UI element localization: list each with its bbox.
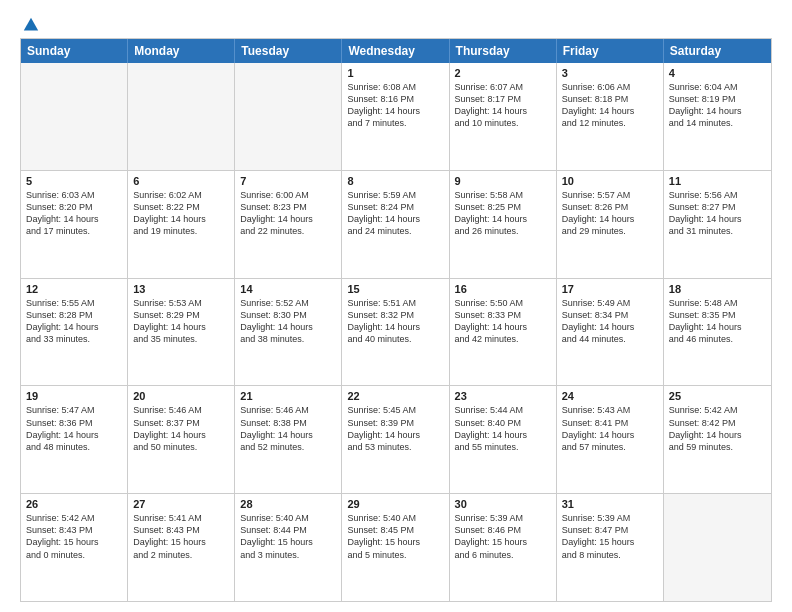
- cell-content-line: and 29 minutes.: [562, 225, 658, 237]
- cell-content-line: Sunrise: 6:02 AM: [133, 189, 229, 201]
- calendar-cell: 9Sunrise: 5:58 AMSunset: 8:25 PMDaylight…: [450, 171, 557, 278]
- cell-content-line: Sunrise: 5:56 AM: [669, 189, 766, 201]
- calendar-cell: 3Sunrise: 6:06 AMSunset: 8:18 PMDaylight…: [557, 63, 664, 170]
- day-number: 14: [240, 283, 336, 295]
- cell-content-line: Sunrise: 5:58 AM: [455, 189, 551, 201]
- day-number: 25: [669, 390, 766, 402]
- day-number: 18: [669, 283, 766, 295]
- cell-content-line: Sunrise: 5:40 AM: [240, 512, 336, 524]
- header-day-wednesday: Wednesday: [342, 39, 449, 63]
- cell-content-line: and 48 minutes.: [26, 441, 122, 453]
- calendar-cell: 31Sunrise: 5:39 AMSunset: 8:47 PMDayligh…: [557, 494, 664, 601]
- cell-content-line: Daylight: 14 hours: [669, 429, 766, 441]
- day-number: 6: [133, 175, 229, 187]
- cell-content-line: and 38 minutes.: [240, 333, 336, 345]
- cell-content-line: and 22 minutes.: [240, 225, 336, 237]
- day-number: 21: [240, 390, 336, 402]
- header-day-saturday: Saturday: [664, 39, 771, 63]
- cell-content-line: and 40 minutes.: [347, 333, 443, 345]
- cell-content-line: Daylight: 14 hours: [669, 321, 766, 333]
- cell-content-line: and 5 minutes.: [347, 549, 443, 561]
- cell-content-line: Sunrise: 5:59 AM: [347, 189, 443, 201]
- cell-content-line: Sunrise: 5:40 AM: [347, 512, 443, 524]
- day-number: 15: [347, 283, 443, 295]
- cell-content-line: Sunset: 8:24 PM: [347, 201, 443, 213]
- day-number: 9: [455, 175, 551, 187]
- cell-content-line: Daylight: 14 hours: [455, 105, 551, 117]
- cell-content-line: Daylight: 14 hours: [240, 321, 336, 333]
- day-number: 31: [562, 498, 658, 510]
- cell-content-line: Sunrise: 6:08 AM: [347, 81, 443, 93]
- cell-content-line: Sunset: 8:27 PM: [669, 201, 766, 213]
- day-number: 19: [26, 390, 122, 402]
- header-day-friday: Friday: [557, 39, 664, 63]
- cell-content-line: Daylight: 15 hours: [347, 536, 443, 548]
- cell-content-line: Sunrise: 6:03 AM: [26, 189, 122, 201]
- cell-content-line: Sunset: 8:23 PM: [240, 201, 336, 213]
- cell-content-line: and 8 minutes.: [562, 549, 658, 561]
- day-number: 8: [347, 175, 443, 187]
- header-day-thursday: Thursday: [450, 39, 557, 63]
- cell-content-line: Sunset: 8:40 PM: [455, 417, 551, 429]
- cell-content-line: Daylight: 14 hours: [347, 321, 443, 333]
- cell-content-line: Sunrise: 5:53 AM: [133, 297, 229, 309]
- cell-content-line: and 55 minutes.: [455, 441, 551, 453]
- day-number: 24: [562, 390, 658, 402]
- calendar-cell: 24Sunrise: 5:43 AMSunset: 8:41 PMDayligh…: [557, 386, 664, 493]
- cell-content-line: Daylight: 14 hours: [455, 213, 551, 225]
- day-number: 13: [133, 283, 229, 295]
- cell-content-line: Daylight: 14 hours: [455, 321, 551, 333]
- logo: [20, 16, 40, 30]
- day-number: 16: [455, 283, 551, 295]
- cell-content-line: and 12 minutes.: [562, 117, 658, 129]
- cell-content-line: Daylight: 14 hours: [562, 213, 658, 225]
- cell-content-line: Sunset: 8:36 PM: [26, 417, 122, 429]
- calendar-cell: 17Sunrise: 5:49 AMSunset: 8:34 PMDayligh…: [557, 279, 664, 386]
- calendar-cell: [664, 494, 771, 601]
- day-number: 23: [455, 390, 551, 402]
- cell-content-line: Daylight: 15 hours: [26, 536, 122, 548]
- cell-content-line: Sunset: 8:41 PM: [562, 417, 658, 429]
- cell-content-line: Sunset: 8:29 PM: [133, 309, 229, 321]
- cell-content-line: and 31 minutes.: [669, 225, 766, 237]
- cell-content-line: Sunset: 8:30 PM: [240, 309, 336, 321]
- cell-content-line: Sunset: 8:38 PM: [240, 417, 336, 429]
- logo-icon: [22, 16, 40, 34]
- cell-content-line: Sunset: 8:17 PM: [455, 93, 551, 105]
- calendar-cell: [21, 63, 128, 170]
- cell-content-line: and 59 minutes.: [669, 441, 766, 453]
- day-number: 11: [669, 175, 766, 187]
- cell-content-line: and 3 minutes.: [240, 549, 336, 561]
- day-number: 1: [347, 67, 443, 79]
- cell-content-line: Sunrise: 5:46 AM: [240, 404, 336, 416]
- calendar-row-1: 5Sunrise: 6:03 AMSunset: 8:20 PMDaylight…: [21, 170, 771, 278]
- day-number: 28: [240, 498, 336, 510]
- cell-content-line: and 17 minutes.: [26, 225, 122, 237]
- calendar-cell: 10Sunrise: 5:57 AMSunset: 8:26 PMDayligh…: [557, 171, 664, 278]
- cell-content-line: Sunrise: 5:44 AM: [455, 404, 551, 416]
- day-number: 20: [133, 390, 229, 402]
- day-number: 10: [562, 175, 658, 187]
- cell-content-line: Sunrise: 5:41 AM: [133, 512, 229, 524]
- calendar-row-3: 19Sunrise: 5:47 AMSunset: 8:36 PMDayligh…: [21, 385, 771, 493]
- svg-marker-0: [24, 18, 38, 31]
- header-day-monday: Monday: [128, 39, 235, 63]
- cell-content-line: Sunrise: 5:55 AM: [26, 297, 122, 309]
- cell-content-line: Sunrise: 6:04 AM: [669, 81, 766, 93]
- cell-content-line: Sunset: 8:33 PM: [455, 309, 551, 321]
- calendar-cell: 20Sunrise: 5:46 AMSunset: 8:37 PMDayligh…: [128, 386, 235, 493]
- cell-content-line: Sunrise: 5:45 AM: [347, 404, 443, 416]
- header-day-tuesday: Tuesday: [235, 39, 342, 63]
- header: [20, 16, 772, 30]
- cell-content-line: Sunset: 8:47 PM: [562, 524, 658, 536]
- cell-content-line: Daylight: 14 hours: [455, 429, 551, 441]
- cell-content-line: Sunrise: 6:07 AM: [455, 81, 551, 93]
- day-number: 29: [347, 498, 443, 510]
- calendar-cell: 6Sunrise: 6:02 AMSunset: 8:22 PMDaylight…: [128, 171, 235, 278]
- cell-content-line: Daylight: 14 hours: [347, 213, 443, 225]
- cell-content-line: Daylight: 14 hours: [133, 213, 229, 225]
- calendar-cell: 11Sunrise: 5:56 AMSunset: 8:27 PMDayligh…: [664, 171, 771, 278]
- calendar-cell: 15Sunrise: 5:51 AMSunset: 8:32 PMDayligh…: [342, 279, 449, 386]
- cell-content-line: Daylight: 14 hours: [562, 105, 658, 117]
- calendar-cell: 4Sunrise: 6:04 AMSunset: 8:19 PMDaylight…: [664, 63, 771, 170]
